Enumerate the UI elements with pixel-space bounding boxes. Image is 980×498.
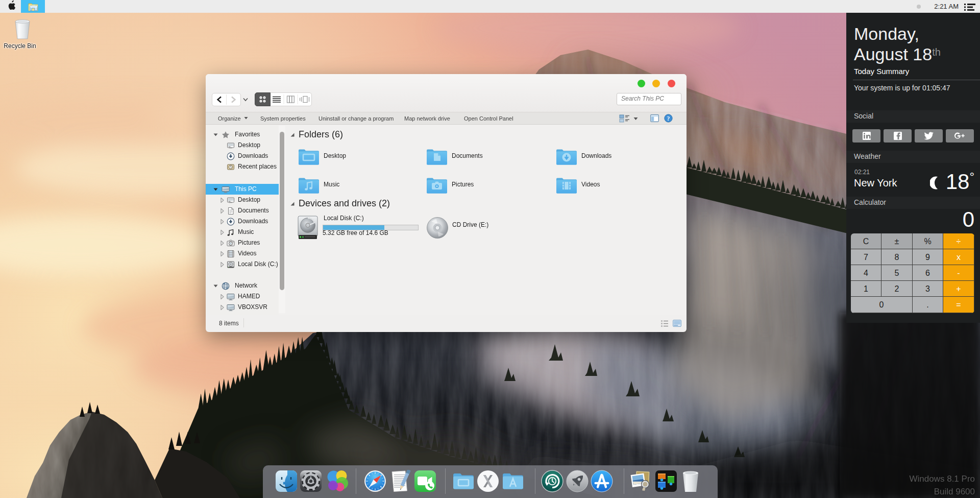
svg-text:?: ? — [667, 115, 670, 122]
